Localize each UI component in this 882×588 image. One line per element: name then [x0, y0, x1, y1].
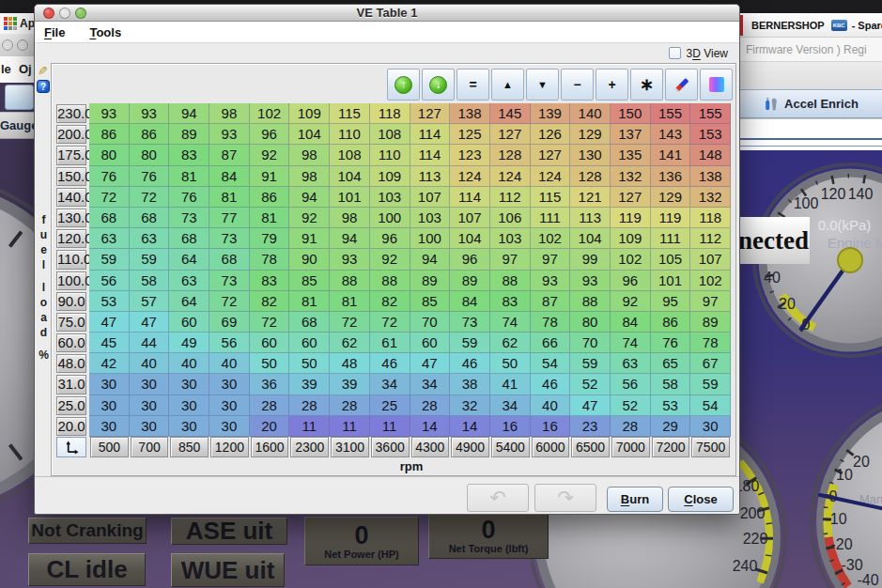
table-cell[interactable]: 102 — [611, 249, 651, 270]
row-header-cell[interactable]: 100.0 — [56, 271, 86, 290]
minimize-window-icon[interactable] — [59, 8, 70, 19]
col-header-cell[interactable]: 2300 — [290, 437, 329, 457]
table-cell[interactable]: 101 — [330, 187, 370, 208]
table-cell[interactable]: 127 — [531, 145, 571, 165]
table-cell[interactable]: 82 — [370, 291, 410, 312]
table-cell[interactable]: 70 — [410, 312, 451, 333]
table-cell[interactable]: 97 — [490, 249, 531, 270]
col-header-cell[interactable]: 700 — [131, 437, 169, 457]
table-cell[interactable]: 68 — [289, 312, 330, 333]
table-cell[interactable]: 60 — [169, 312, 209, 333]
row-header-cell[interactable]: 120.0 — [56, 229, 86, 248]
table-cell[interactable]: 89 — [169, 124, 209, 145]
table-cell[interactable]: 11 — [330, 416, 370, 437]
table-cell[interactable]: 90 — [289, 249, 330, 270]
table-cell[interactable]: 81 — [209, 187, 250, 208]
table-cell[interactable]: 98 — [330, 208, 370, 228]
table-cell[interactable]: 47 — [130, 312, 170, 333]
row-header-cell[interactable]: 75.0 — [56, 313, 86, 332]
col-header-cell[interactable]: 1200 — [210, 437, 249, 457]
col-header-cell[interactable]: 1600 — [251, 437, 289, 457]
table-cell[interactable]: 138 — [690, 166, 731, 187]
col-header-cell[interactable]: 3100 — [331, 437, 369, 457]
table-cell[interactable]: 81 — [169, 166, 209, 187]
table-cell[interactable]: 20 — [250, 416, 290, 437]
table-cell[interactable]: 30 — [169, 416, 209, 437]
table-cell[interactable]: 14 — [450, 416, 490, 437]
table-cell[interactable]: 69 — [209, 312, 250, 333]
table-cell[interactable]: 72 — [130, 187, 170, 208]
table-cell[interactable]: 40 — [531, 395, 571, 416]
table-cell[interactable]: 72 — [89, 187, 130, 208]
3d-view-checkbox[interactable] — [669, 47, 681, 59]
table-cell[interactable]: 108 — [330, 145, 370, 165]
table-cell[interactable]: 68 — [209, 249, 250, 270]
table-cell[interactable]: 128 — [490, 145, 531, 165]
table-cell[interactable]: 53 — [651, 395, 691, 416]
col-header-cell[interactable]: 7200 — [652, 437, 690, 457]
table-cell[interactable]: 119 — [651, 208, 691, 228]
table-cell[interactable]: 40 — [130, 353, 170, 374]
table-cell[interactable]: 45 — [89, 333, 130, 353]
menu-file[interactable]: File — [44, 25, 65, 39]
table-cell[interactable]: 150 — [611, 103, 651, 124]
table-cell[interactable]: 96 — [450, 249, 490, 270]
row-header-cell[interactable]: 130.0 — [56, 209, 86, 227]
table-cell[interactable]: 56 — [611, 374, 651, 395]
table-cell[interactable]: 29 — [651, 416, 691, 437]
table-cell[interactable]: 119 — [611, 208, 651, 228]
table-cell[interactable]: 16 — [531, 416, 571, 437]
table-cell[interactable]: 23 — [570, 416, 611, 437]
table-cell[interactable]: 76 — [89, 166, 130, 187]
table-cell[interactable]: 96 — [370, 228, 410, 249]
table-cell[interactable]: 88 — [330, 271, 370, 291]
table-cell[interactable]: 94 — [169, 103, 209, 124]
multiply-button[interactable]: ∗ — [630, 69, 663, 101]
table-cell[interactable]: 16 — [490, 416, 531, 437]
table-cell[interactable]: 98 — [289, 166, 330, 187]
table-cell[interactable]: 56 — [89, 271, 130, 291]
table-cell[interactable]: 30 — [169, 395, 209, 416]
col-header-cell[interactable]: 6500 — [571, 437, 610, 457]
table-cell[interactable]: 63 — [130, 228, 170, 249]
table-cell[interactable]: 127 — [611, 187, 651, 208]
help-icon[interactable]: ? — [37, 80, 50, 93]
table-cell[interactable]: 14 — [410, 416, 451, 437]
table-cell[interactable]: 73 — [169, 208, 209, 228]
table-cell[interactable]: 115 — [330, 103, 370, 124]
table-cell[interactable]: 89 — [410, 271, 451, 291]
increase-button[interactable]: ▲ — [491, 69, 524, 101]
table-cell[interactable]: 92 — [289, 208, 330, 228]
table-cell[interactable]: 103 — [410, 208, 451, 228]
table-cell[interactable]: 96 — [250, 124, 290, 145]
table-cell[interactable]: 125 — [450, 124, 490, 145]
table-cell[interactable]: 38 — [450, 374, 490, 395]
table-cell[interactable]: 30 — [169, 374, 209, 395]
table-cell[interactable]: 66 — [531, 333, 571, 353]
table-cell[interactable]: 34 — [410, 374, 451, 395]
table-cell[interactable]: 114 — [410, 124, 451, 145]
table-cell[interactable]: 57 — [130, 291, 170, 312]
table-cell[interactable]: 124 — [450, 166, 490, 187]
table-cell[interactable]: 41 — [490, 374, 531, 395]
col-header-cell[interactable]: 7500 — [691, 437, 730, 457]
table-cell[interactable]: 135 — [611, 145, 651, 165]
table-cell[interactable]: 136 — [651, 166, 691, 187]
table-cell[interactable]: 72 — [370, 312, 410, 333]
table-cell[interactable]: 89 — [450, 271, 490, 291]
table-cell[interactable]: 59 — [130, 249, 170, 270]
edit-cell-button[interactable] — [665, 69, 698, 101]
scale-down-button[interactable]: ↓ — [422, 69, 455, 101]
color-map-button[interactable] — [700, 69, 733, 101]
table-cell[interactable]: 78 — [531, 312, 571, 333]
table-cell[interactable]: 46 — [370, 353, 410, 374]
table-cell[interactable]: 79 — [250, 228, 290, 249]
table-cell[interactable]: 25 — [370, 395, 410, 416]
table-cell[interactable]: 77 — [209, 208, 250, 228]
table-cell[interactable]: 61 — [370, 333, 410, 353]
undo-button[interactable]: ↶ — [467, 484, 529, 512]
col-header-cell[interactable]: 850 — [170, 437, 209, 457]
table-cell[interactable]: 91 — [250, 166, 290, 187]
table-cell[interactable]: 85 — [289, 271, 330, 291]
table-cell[interactable]: 67 — [690, 353, 731, 374]
